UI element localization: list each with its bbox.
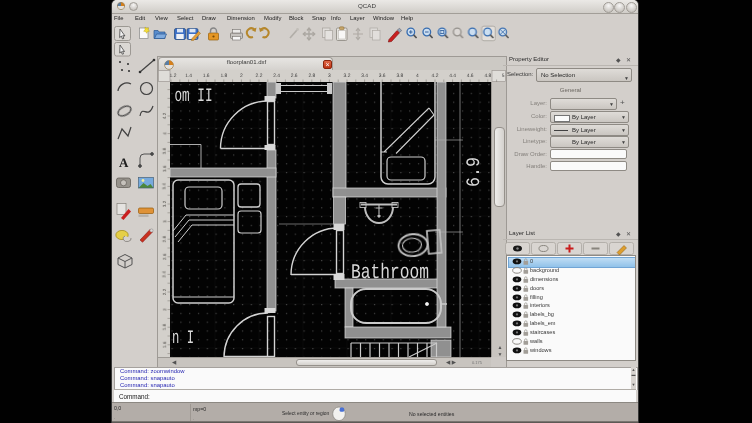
svg-text:3.8: 3.8 [396,73,403,79]
svg-text:2.6: 2.6 [291,73,298,79]
svg-text:om II: om II [175,85,213,107]
svg-text:2.2: 2.2 [162,288,167,295]
svg-text:2.8: 2.8 [162,236,167,243]
svg-text:4.8: 4.8 [484,73,491,79]
svg-text:2.6: 2.6 [162,253,167,260]
svg-text:1.6: 1.6 [203,73,210,79]
svg-text:1.4: 1.4 [185,73,192,79]
svg-text:Bathroom: Bathroom [351,262,429,285]
svg-text:2.8: 2.8 [308,73,315,79]
svg-text:4: 4 [162,132,167,135]
svg-text:3.4: 3.4 [361,73,368,79]
svg-text:4.2: 4.2 [432,73,439,79]
svg-text:2.2: 2.2 [256,73,263,79]
svg-text:4.2: 4.2 [162,112,167,119]
svg-text:1.6: 1.6 [162,341,167,348]
svg-text:2: 2 [162,308,167,311]
svg-text:3.6: 3.6 [162,165,167,172]
svg-text:2.4: 2.4 [273,73,280,79]
svg-text:3.2: 3.2 [162,200,167,207]
svg-text:4.4: 4.4 [449,73,456,79]
svg-text:3: 3 [162,220,167,223]
svg-text:3.2: 3.2 [344,73,351,79]
svg-text:2.4: 2.4 [162,271,167,278]
svg-text:3: 3 [328,73,331,79]
svg-text:1.8: 1.8 [220,73,227,79]
svg-text:3.4: 3.4 [162,183,167,190]
svg-text:4.6: 4.6 [467,73,474,79]
svg-text:4: 4 [416,73,419,79]
svg-text:3.8: 3.8 [162,148,167,155]
svg-text:A: A [119,155,129,170]
svg-text:1.8: 1.8 [162,324,167,331]
svg-text:n I: n I [172,327,194,349]
svg-text:1.2: 1.2 [170,73,177,79]
svg-text:2: 2 [240,73,243,79]
svg-text:6.9: 6.9 [463,157,485,187]
svg-text:3.6: 3.6 [379,73,386,79]
